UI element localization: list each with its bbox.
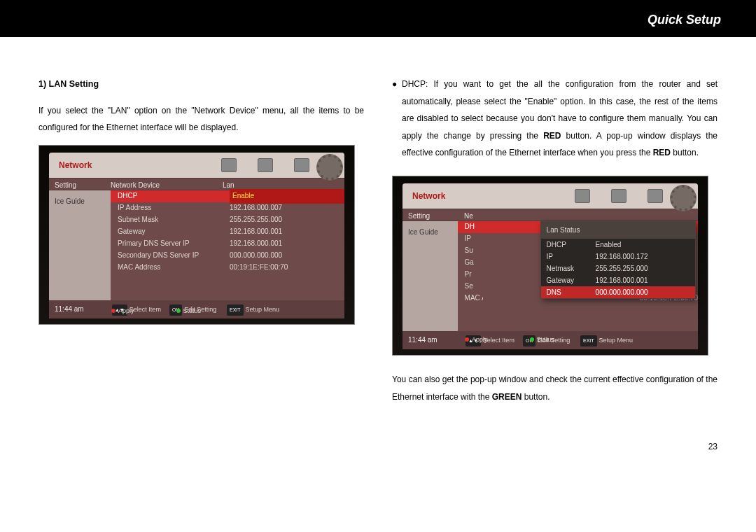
- monitor-icon: [611, 189, 626, 203]
- left-column: 1) LAN Setting If you select the "LAN" o…: [38, 76, 364, 414]
- osd-time: 11:44 am: [408, 333, 458, 348]
- page-body: 1) LAN Setting If you select the "LAN" o…: [0, 37, 756, 435]
- osd-sidebar: Ice Guide: [49, 190, 111, 300]
- list-icon: [294, 158, 309, 172]
- hint-edit: OKEdit Setting: [523, 334, 573, 346]
- left-paragraph: If you select the "LAN" option on the "N…: [38, 102, 364, 136]
- hint-exit: EXITSetup Menu: [580, 334, 633, 346]
- osd-footer: 11:44 am ▲▼Select Item OKEdit Setting EX…: [49, 300, 344, 318]
- page-header: Quick Setup: [0, 0, 756, 37]
- osd-topbar: Network: [402, 183, 698, 209]
- screenshot-lan-status-popup: Network Setting Ne Ice Guide: [392, 176, 708, 356]
- popup-row: DNS000.000.000.000: [541, 286, 695, 298]
- gear-icon: [670, 185, 694, 209]
- hint-select: ▲▼Select Item: [112, 303, 162, 316]
- crumb-1: Setting: [402, 209, 464, 220]
- osd-topbar: Network: [49, 153, 344, 178]
- right-column: ● DHCP: If you want to get the all the c…: [392, 76, 718, 414]
- hint-select: ▲▼Select Item: [465, 334, 516, 346]
- crumb-2: Ne: [464, 209, 576, 220]
- device-icon: [575, 189, 590, 203]
- lan-status-popup: Lan Status DHCPEnabledIP192.168.000.172N…: [540, 221, 696, 300]
- dhcp-bullet: ● DHCP: If you want to get the all the c…: [392, 76, 718, 172]
- list-icon: [648, 189, 663, 203]
- gear-icon: [316, 154, 340, 178]
- section-title: 1) LAN Setting: [38, 76, 364, 94]
- device-icon: [221, 158, 237, 172]
- hint-edit: OKEdit Setting: [169, 303, 220, 316]
- osd-title: Network: [49, 157, 92, 174]
- screenshot-lan-setting: Network Setting Network Device Lan Ice: [38, 145, 355, 325]
- popup-title: Lan Status: [541, 222, 695, 239]
- osd-breadcrumb: Setting Ne: [402, 209, 698, 221]
- osd-footer: 11:44 am ▲▼Select Item OKEdit Setting EX…: [402, 331, 698, 349]
- page-number: 23: [0, 435, 756, 467]
- osd-main-panel: Lan Status DHCPEnabledIP192.168.000.172N…: [458, 221, 698, 331]
- sidebar-item: Ice Guide: [55, 195, 111, 209]
- osd-time: 11:44 am: [55, 302, 105, 317]
- crumb-1: Setting: [49, 178, 111, 190]
- sidebar-item: Ice Guide: [408, 225, 458, 240]
- hint-exit: EXITSetup Menu: [227, 303, 279, 316]
- crumb-2: Network Device: [111, 178, 223, 190]
- setting-row: MAC Address00:19:1E:FE:00:70: [111, 262, 344, 274]
- right-paragraph-2: You can also get the pop-up window and c…: [392, 371, 718, 405]
- osd-main-panel: DHCPEnableIP Address192.168.000.007Subne…: [111, 190, 344, 300]
- monitor-icon: [258, 158, 273, 172]
- osd-sidebar: Ice Guide: [402, 221, 458, 331]
- osd-title: Network: [402, 188, 445, 205]
